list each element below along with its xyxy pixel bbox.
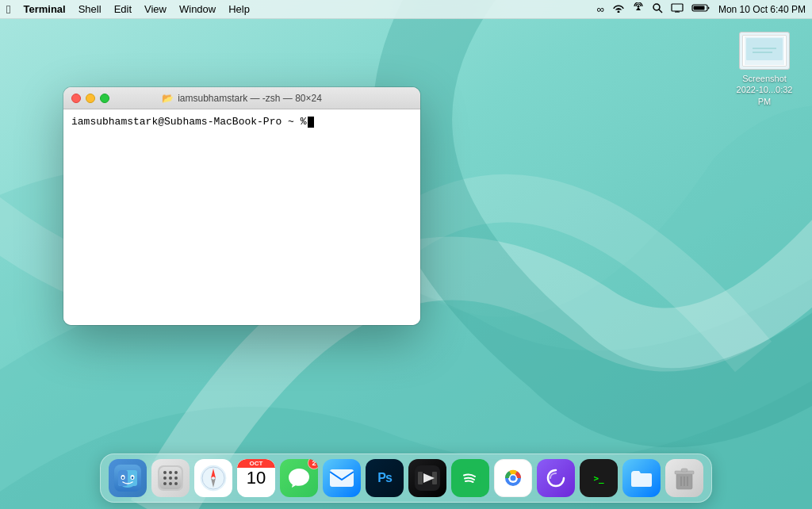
menu-shell[interactable]: Shell [79,3,102,15]
svg-rect-39 [418,472,423,484]
svg-rect-8 [693,6,704,10]
finalcut-icon [408,459,446,497]
battery-icon [691,3,710,15]
chrome-icon [494,459,532,497]
dock-item-chrome[interactable] [494,459,532,497]
calendar-month: OCT [237,459,275,468]
dock-item-finalcut[interactable] [408,459,446,497]
svg-point-26 [163,476,167,480]
dock-item-arc[interactable] [537,459,575,497]
launchpad-icon [151,459,190,497]
minimize-button[interactable] [86,94,95,103]
maximize-button[interactable] [100,94,109,103]
svg-point-24 [169,471,172,474]
screenshot-icon[interactable]: Screenshot2022-10...0:32 PM [733,32,796,107]
finder-icon [109,459,147,497]
menu-window[interactable]: Window [179,3,216,15]
apple-menu[interactable]:  [6,2,10,16]
svg-point-28 [174,476,178,480]
dock-item-messages[interactable]: 2 [280,459,318,497]
menu-view[interactable]: View [144,3,167,15]
wifi-icon[interactable] [612,3,625,15]
svg-point-47 [511,476,516,481]
svg-rect-37 [330,469,354,487]
svg-point-25 [174,471,178,474]
svg-rect-50 [681,469,688,472]
menubar-datetime: Mon 10 Oct 6:40 PM [718,4,806,15]
dock-item-finder[interactable] [109,459,147,497]
spotify-icon [451,459,489,497]
svg-point-30 [169,482,172,485]
menubar:  Terminal Shell Edit View Window Help ∞ [0,0,812,19]
dock-item-mail[interactable] [323,459,361,497]
calendar-day: 10 [247,468,266,488]
messages-icon: 2 [280,459,318,497]
dock-item-terminal[interactable]: >_ [580,459,618,497]
svg-point-29 [163,482,167,485]
svg-rect-10 [746,38,783,60]
desktop:  Terminal Shell Edit View Window Help ∞ [0,0,812,509]
search-icon[interactable] [652,2,663,16]
menu-edit[interactable]: Edit [114,3,132,15]
messages-badge: 2 [308,459,318,469]
terminal-cursor [308,117,314,128]
menubar-left:  Terminal Shell Edit View Window Help [6,2,250,16]
folder-icon: 📂 [162,93,174,104]
screenshot-thumbnail [739,32,790,70]
terminal-window[interactable]: 📂 iamsubhamstark — -zsh — 80×24 iamsubha… [63,87,420,325]
screen-icon[interactable] [671,3,684,15]
menu-help[interactable]: Help [228,3,250,15]
svg-line-3 [659,10,662,13]
close-button[interactable] [71,94,81,103]
terminal-dock-icon: >_ [580,459,618,497]
dock-item-launchpad[interactable] [151,459,190,497]
svg-point-19 [122,476,124,479]
terminal-title: 📂 iamsubhamstark — -zsh — 80×24 [162,93,322,104]
terminal-prompt: iamsubhamstark@Subhams-MacBook-Pro ~ % [71,116,412,128]
mail-icon [323,459,361,497]
trash-icon [665,459,703,497]
terminal-content[interactable]: iamsubhamstark@Subhams-MacBook-Pro ~ % [63,109,420,325]
infinity-icon: ∞ [597,3,604,15]
traffic-lights[interactable] [71,94,109,103]
dock-item-files[interactable] [622,459,661,497]
app-name[interactable]: Terminal [23,3,65,15]
menubar-right: ∞ Mon 10 Oct 6:40 PM [597,2,806,16]
svg-point-2 [653,4,660,10]
dock-item-photoshop[interactable]: Ps [366,459,404,497]
svg-rect-4 [672,4,683,11]
arc-icon [537,459,575,497]
dock-item-trash[interactable] [665,459,703,497]
svg-point-20 [132,476,133,479]
dock-item-calendar[interactable]: OCT 10 [237,459,275,497]
screenshot-label: Screenshot2022-10...0:32 PM [733,73,796,107]
dock-item-spotify[interactable] [451,459,489,497]
cast-icon[interactable] [633,2,644,16]
svg-point-27 [169,476,172,480]
calendar-icon: OCT 10 [237,459,275,497]
files-icon [622,459,661,497]
dock-item-safari[interactable] [194,459,232,497]
terminal-titlebar: 📂 iamsubhamstark — -zsh — 80×24 [63,87,420,109]
dock: OCT 10 2 Ps [100,454,712,503]
safari-icon [194,459,232,497]
photoshop-icon: Ps [366,459,404,497]
svg-point-23 [163,471,167,474]
svg-point-31 [174,482,178,485]
